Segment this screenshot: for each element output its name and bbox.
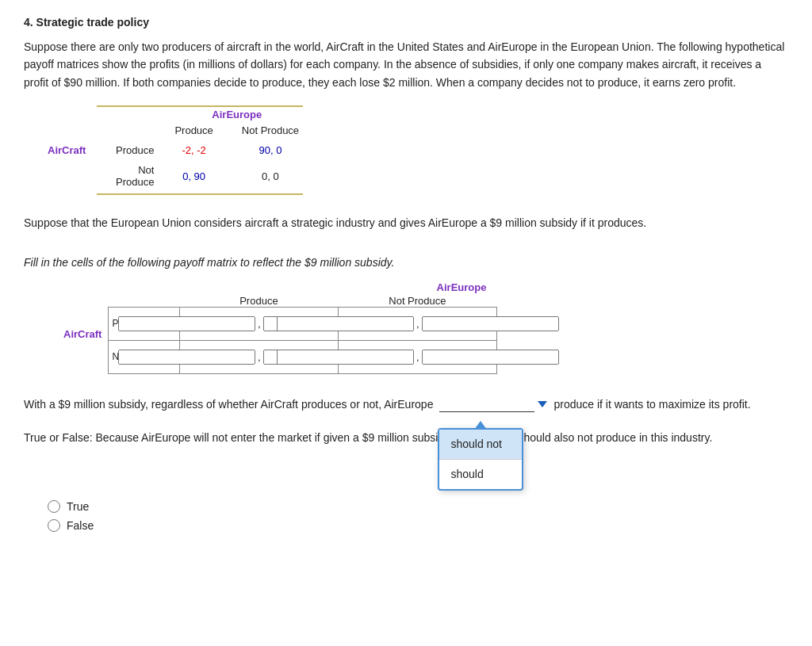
matrix2-cell-npnp: , xyxy=(339,341,497,374)
matrix2-input-npnp-1[interactable] xyxy=(277,350,414,365)
radio-true-label: True xyxy=(67,500,89,513)
dropdown-sentence-after: produce if it wants to maximize its prof… xyxy=(553,393,750,415)
radio-true[interactable] xyxy=(48,500,60,513)
matrix1-cell-npp: 0, 90 xyxy=(160,160,227,192)
dropdown-arrow-icon xyxy=(538,401,547,407)
matrix2-input-npp-1[interactable] xyxy=(118,350,255,365)
subsidy-text: Suppose that the European Union consider… xyxy=(24,214,788,231)
radio-row-false: False xyxy=(48,519,788,532)
truefalse-text-before: True or False: Because AirEurope will no… xyxy=(24,428,438,448)
matrix2-cell-pnp: , xyxy=(339,308,497,341)
matrix1-cell-pp: -2, -2 xyxy=(160,140,227,160)
matrix2-rows: Produce Not Produce , xyxy=(108,307,497,374)
truefalse-popup-box: should not should xyxy=(438,428,523,491)
popup-option-should[interactable]: should xyxy=(439,460,522,489)
matrix1-cell-pnp: 90, 0 xyxy=(228,140,313,160)
matrix2-layout: AirCraft Produce Not Produce Produce Not… xyxy=(63,295,788,374)
radio-group: True False xyxy=(48,500,788,532)
matrix2-input-pnp-1[interactable] xyxy=(277,316,414,331)
dropdown-sentence: With a $9 million subsidy, regardless of… xyxy=(24,393,788,415)
radio-row-true: True xyxy=(48,500,788,513)
matrix1-cell-npnp: 0, 0 xyxy=(228,160,313,192)
dropdown-wrapper: should should not xyxy=(439,396,547,412)
dropdown-sentence-before: With a $9 million subsidy, regardless of… xyxy=(24,393,433,415)
truefalse-section: True or False: Because AirEurope will no… xyxy=(24,428,788,532)
popup-arrow-icon xyxy=(474,421,487,430)
matrix1-inner: AirEurope Produce Not Produce Produce -2… xyxy=(97,105,313,195)
matrix2-grid-outer: Produce Not Produce Produce Not Produce xyxy=(108,295,497,374)
matrix2-input-npnp-2[interactable] xyxy=(422,350,559,365)
matrix1-col-produce: Produce xyxy=(160,120,227,140)
matrix2-wrapper: AirEurope AirCraft Produce Not Produce P… xyxy=(40,281,788,374)
matrix2-aireurope-label: AirEurope xyxy=(63,281,788,293)
matrix1-row-notproduce: Not Produce 0, 90 0, 0 xyxy=(97,160,313,192)
truefalse-text-after: hould also not produce in this industry. xyxy=(523,428,712,448)
matrix2-col-produce: Produce xyxy=(179,295,338,307)
matrix2-aircraft-label: AirCraft xyxy=(63,328,102,340)
truefalse-text: True or False: Because AirEurope will no… xyxy=(24,428,788,491)
matrix1-header-row: Produce Not Produce xyxy=(97,120,313,140)
matrix1-aireurope-label: AirEurope xyxy=(97,109,313,120)
matrix2-data-cols: , , xyxy=(180,308,497,374)
dropdown-select[interactable]: should should not xyxy=(439,396,534,412)
intro-text: Suppose there are only two producers of … xyxy=(24,38,788,91)
popup-option-should-not[interactable]: should not xyxy=(439,430,522,459)
matrix2-col-notproduce: Not Produce xyxy=(338,295,496,307)
matrix1-wrapper: AirCraft AirEurope Produce Not Produce P… xyxy=(40,105,788,195)
matrix1-container: AirCraft AirEurope Produce Not Produce P… xyxy=(48,105,788,195)
fill-instruction: Fill in the cells of the following payof… xyxy=(24,256,788,269)
truefalse-dropdown-popup: should not should xyxy=(438,428,523,491)
matrix1-aircraft-label: AirCraft xyxy=(48,144,86,156)
radio-false[interactable] xyxy=(48,519,60,532)
matrix1-row-produce-label: Produce xyxy=(97,140,160,160)
matrix1-row-produce: Produce -2, -2 90, 0 xyxy=(97,140,313,160)
question-title: 4. Strategic trade policy xyxy=(24,16,788,29)
matrix2-data-row-2: , , xyxy=(180,341,497,374)
matrix1-table: Produce Not Produce Produce -2, -2 90, 0… xyxy=(97,120,313,192)
matrix2-input-pp-1[interactable] xyxy=(118,316,255,331)
matrix2-col-headers: Produce Not Produce xyxy=(179,295,497,307)
matrix1-row-notproduce-label: Not Produce xyxy=(97,160,160,192)
radio-false-label: False xyxy=(67,519,94,532)
matrix1-col-notproduce: Not Produce xyxy=(228,120,313,140)
matrix2-data-row-1: , , xyxy=(180,308,497,341)
matrix2-input-pnp-2[interactable] xyxy=(422,316,559,331)
